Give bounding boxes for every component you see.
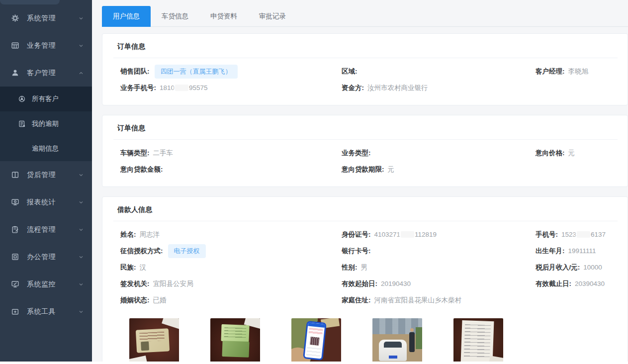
field-region: 区域: [342, 63, 536, 80]
e-auth-tag[interactable]: 电子授权 [168, 244, 206, 258]
photo-green-booklet[interactable] [210, 318, 260, 364]
field-value: 周志洋 [140, 230, 160, 239]
field-label: 性别: [342, 263, 358, 272]
field-value: 河南省宜阳县花果山乡木柴村 [374, 296, 462, 305]
chevron-down-icon [78, 254, 84, 260]
field-label: 婚姻状态: [120, 296, 150, 305]
field-value: 20190430 [381, 280, 411, 287]
field-label: 身份证号: [342, 230, 371, 239]
field-name: 姓名: 周志洋 [120, 226, 342, 243]
photo-id-card[interactable] [129, 318, 179, 364]
field-label: 出生年月: [536, 247, 565, 256]
field-value: 15236137 [561, 231, 606, 238]
order-info-card-2: 订单信息 车辆类型: 二手车 业务类型: 意向价格: 元 意向贷款金额: [102, 115, 628, 187]
sidebar-item-label: 我的逾期 [32, 119, 59, 128]
field-value: 元 [568, 149, 575, 158]
photo-handwritten-doc[interactable] [453, 318, 503, 364]
field-bank-card-number: 银行卡号: [342, 243, 536, 259]
field-label: 客户经理: [536, 67, 565, 76]
field-marital-status: 婚姻状态: 已婚 [120, 292, 342, 308]
field-label: 意向贷款金额: [120, 165, 163, 174]
sidebar: 系统管理 业务管理 客户管理 所有客户 我的逾期 逾期信息 [0, 0, 92, 364]
sidebar-item-label: 客户管理 [27, 69, 78, 78]
person-shape [409, 332, 415, 352]
photo-item: 其他材料 [453, 318, 503, 364]
fields-grid: 姓名: 周志洋 身份证号: 4103271112819 手机号: 1523613… [113, 226, 618, 308]
booklet-shape [221, 324, 249, 342]
chevron-down-icon [78, 43, 84, 49]
photo-item: 人车合影 [372, 318, 422, 364]
redacted-text [577, 231, 590, 238]
sidebar-item-label: 办公管理 [27, 253, 78, 262]
tab-approval-records[interactable]: 审批记录 [248, 6, 297, 27]
sidebar-item-customer-management[interactable]: 客户管理 [0, 59, 92, 87]
field-sales-team: 销售团队: 四团一营（直属王鹏飞） [120, 63, 342, 80]
field-value: 10000 [583, 264, 602, 271]
tab-loan-application-docs[interactable]: 申贷资料 [199, 6, 248, 27]
sidebar-item-process-management[interactable]: 流程管理 [0, 216, 92, 243]
field-birth-date: 出生年月: 19911111 [536, 243, 618, 259]
chevron-down-icon [78, 15, 84, 21]
field-credit-auth-method: 征信授权方式: 电子授权 [120, 243, 342, 259]
field-label: 业务类型: [342, 149, 371, 158]
field-value: 二手车 [153, 149, 174, 158]
tab-bar: 用户信息 车贷信息 申贷资料 审批记录 [102, 6, 628, 27]
id-card-shape [136, 328, 170, 353]
field-value: 汉 [140, 263, 147, 272]
field-label: 签发机关: [120, 279, 150, 288]
sidebar-item-report-statistics[interactable]: 报表统计 [0, 188, 92, 216]
borrower-info-card: 借款人信息 姓名: 周志洋 身份证号: 4103271112819 手机号: 1… [102, 196, 628, 364]
field-monthly-income: 税后月收入/元: 10000 [536, 259, 618, 275]
field-value: 4103271112819 [374, 231, 437, 238]
gear-icon [11, 14, 19, 22]
sidebar-item-system-monitoring[interactable]: 系统监控 [0, 271, 92, 298]
car-shape [379, 340, 407, 361]
field-label: 意向贷款期限: [342, 165, 384, 174]
sales-team-tag[interactable]: 四团一营（直属王鹏飞） [155, 65, 238, 79]
chevron-up-icon [78, 70, 84, 76]
field-valid-from: 有效起始日: 20190430 [342, 275, 536, 292]
photo-person-car[interactable] [372, 318, 422, 364]
screen-rows-shape [306, 347, 321, 357]
sidebar-item-all-customers[interactable]: 所有客户 [0, 87, 92, 111]
sidebar-item-overdue-info[interactable]: 逾期信息 [0, 136, 92, 161]
field-label: 有效起始日: [342, 279, 377, 288]
sidebar-item-post-loan-management[interactable]: 贷后管理 [0, 161, 92, 188]
field-label: 家庭住址: [342, 296, 371, 305]
fence-shape [416, 327, 422, 349]
field-label: 税后月收入/元: [536, 263, 580, 272]
square-icon [11, 253, 19, 261]
wheel-icon [18, 95, 26, 103]
tab-car-loan-info[interactable]: 车贷信息 [151, 6, 199, 27]
field-gender: 性别: 男 [342, 259, 536, 275]
sidebar-item-label: 流程管理 [27, 225, 78, 234]
sidebar-item-label: 报表统计 [27, 198, 78, 207]
sidebar-item-label: 贷后管理 [27, 171, 78, 180]
field-value: 宜阳县公安局 [153, 279, 193, 288]
customer-management-submenu: 所有客户 我的逾期 逾期信息 [0, 87, 92, 161]
field-value: 汝州市农村商业银行 [367, 84, 428, 92]
field-label: 手机号: [536, 230, 558, 239]
sidebar-item-system-management[interactable]: 系统管理 [0, 4, 92, 32]
sidebar-item-label: 所有客户 [32, 94, 59, 103]
sidebar-item-system-tools[interactable]: 系统工具 [0, 298, 92, 325]
chevron-down-icon [78, 199, 84, 205]
photo-phone-qr[interactable] [291, 318, 341, 364]
field-label: 意向价格: [536, 149, 565, 158]
main-content: 用户信息 车贷信息 申贷资料 审批记录 订单信息 销售团队: 四团一营（直属王鹏… [92, 0, 628, 364]
sidebar-item-business-management[interactable]: 业务管理 [0, 32, 92, 59]
phone-shape [303, 321, 327, 361]
field-value: 李晓旭 [568, 67, 589, 76]
tab-user-info[interactable]: 用户信息 [102, 6, 151, 27]
fields-grid: 销售团队: 四团一营（直属王鹏飞） 区域: 客户经理: 李晓旭 业务手机号: 1… [113, 63, 618, 96]
sidebar-item-office-management[interactable]: 办公管理 [0, 243, 92, 271]
field-mobile-number: 手机号: 15236137 [536, 226, 618, 243]
sidebar-item-my-overdue[interactable]: 我的逾期 [0, 111, 92, 136]
sidebar-item-label: 系统监控 [27, 280, 78, 289]
chevron-down-icon [78, 172, 84, 178]
field-value: 19911111 [568, 247, 596, 255]
fields-grid: 车辆类型: 二手车 业务类型: 意向价格: 元 意向贷款金额: 意向贷款期限: [113, 145, 618, 178]
sidebar-item-label: 逾期信息 [32, 144, 59, 153]
field-label: 区域: [342, 67, 358, 76]
field-account-manager: 客户经理: 李晓旭 [536, 63, 618, 80]
